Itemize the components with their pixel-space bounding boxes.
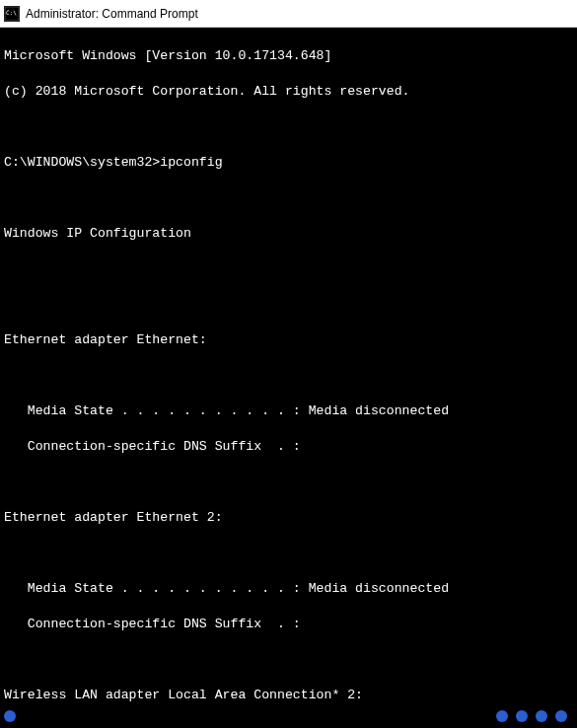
blank-line (4, 296, 573, 314)
window-title: Administrator: Command Prompt (26, 7, 198, 21)
blank-line (4, 367, 573, 385)
adapter-header: Wireless LAN adapter Local Area Connecti… (4, 687, 573, 704)
command-text: ipconfig (160, 155, 222, 170)
decoration-dot (536, 710, 547, 722)
decoration-dot (555, 710, 567, 722)
decoration-dot (516, 710, 528, 722)
os-version-line: Microsoft Windows [Version 10.0.17134.64… (4, 47, 573, 65)
title-bar[interactable]: C:\ Administrator: Command Prompt (0, 0, 577, 28)
terminal-output[interactable]: Microsoft Windows [Version 10.0.17134.64… (0, 28, 577, 728)
adapter-detail: Media State . . . . . . . . . . . : Medi… (4, 402, 573, 420)
blank-line (4, 722, 573, 728)
blank-line (4, 118, 573, 136)
blank-line (4, 545, 573, 562)
section-header: Windows IP Configuration (4, 225, 573, 243)
blank-line (4, 473, 573, 491)
blank-line (4, 189, 573, 207)
adapter-detail: Connection-specific DNS Suffix . : (4, 616, 573, 633)
prompt-line: C:\WINDOWS\system32>ipconfig (4, 154, 573, 172)
svg-text:C:\: C:\ (6, 9, 17, 16)
blank-line (4, 260, 573, 278)
adapter-detail: Media State . . . . . . . . . . . : Medi… (4, 580, 573, 598)
cmd-icon: C:\ (4, 6, 20, 22)
adapter-header: Ethernet adapter Ethernet 2: (4, 509, 573, 527)
decoration-dot (4, 710, 16, 722)
prompt-path: C:\WINDOWS\system32> (4, 155, 160, 170)
adapter-header: Ethernet adapter Ethernet: (4, 331, 573, 349)
decoration-dot (496, 710, 508, 722)
adapter-detail: Connection-specific DNS Suffix . : (4, 438, 573, 456)
copyright-line: (c) 2018 Microsoft Corporation. All righ… (4, 83, 573, 101)
decoration-dots (496, 710, 567, 722)
blank-line (4, 651, 573, 669)
